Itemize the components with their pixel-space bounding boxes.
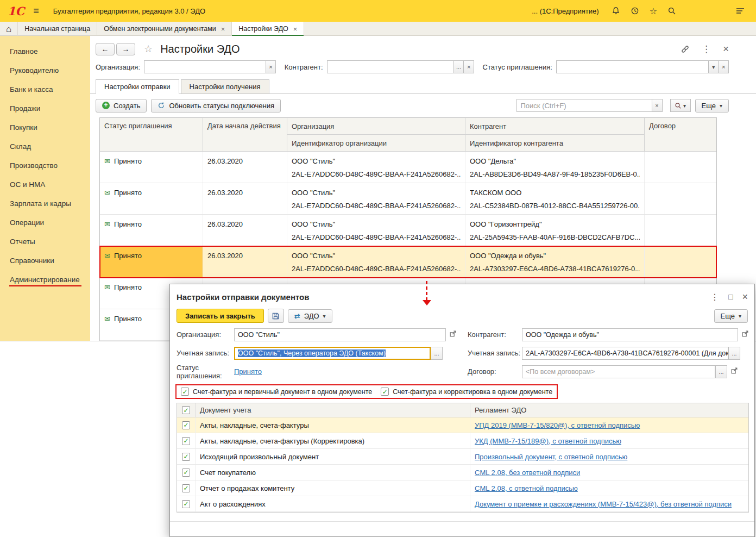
home-button[interactable]: ⌂ <box>0 22 18 36</box>
plus-icon: + <box>102 102 110 109</box>
sidebar-item-operatsii[interactable]: Операции <box>0 213 90 232</box>
row-checkbox[interactable]: ✓ <box>182 469 190 477</box>
org-filter-input[interactable] <box>144 60 266 73</box>
row-checkbox[interactable]: ✓ <box>182 453 190 461</box>
sidebar-item-bank-i-kassa[interactable]: Банк и касса <box>0 80 90 99</box>
regulation-link[interactable]: CML 2.08, с ответной подписью <box>475 484 578 492</box>
documents-row[interactable]: ✓ Счет покупателю CML 2.08, без ответной… <box>177 465 748 480</box>
column-header-doc[interactable]: Документ учета <box>196 403 470 417</box>
main-menu-burger-icon[interactable]: ≡ <box>33 5 39 17</box>
cp-filter-ellipsis-button[interactable]: ... <box>454 60 464 73</box>
sidebar-item-pokupki[interactable]: Покупки <box>0 118 90 137</box>
sidebar-item-zarplata-i-kadry[interactable]: Зарплата и кадры <box>0 194 90 213</box>
history-icon[interactable] <box>631 7 639 15</box>
tab-send-settings[interactable]: Настройки отправки <box>96 79 179 94</box>
refresh-statuses-button[interactable]: Обновить статусы подключения <box>151 99 281 113</box>
invitation-status-link[interactable]: Принято <box>234 367 262 376</box>
table-row-selected[interactable]: ✉Принято 26.03.2020 ООО "Стиль"2AL-E7ADD… <box>100 246 716 278</box>
documents-row[interactable]: ✓ Акт о расхождениях Документ о приемке … <box>177 496 748 512</box>
notifications-bell-icon[interactable] <box>612 7 620 15</box>
save-and-close-button[interactable]: Записать и закрыть <box>177 309 264 323</box>
regulation-link[interactable]: Документ о приемке и расхождениях (ММВ-7… <box>475 500 732 508</box>
org-filter-clear-button[interactable]: × <box>266 60 276 73</box>
row-checkbox[interactable]: ✓ <box>182 437 190 445</box>
account-ellipsis-button[interactable]: ... <box>431 347 443 360</box>
column-header-reg[interactable]: Регламент ЭДО <box>470 403 748 417</box>
documents-row[interactable]: ✓ Отчет о продажах комитенту CML 2.08, с… <box>177 480 748 496</box>
cp-filter-input[interactable] <box>327 60 454 73</box>
tab-home-page[interactable]: Начальная страница <box>18 22 97 36</box>
sidebar-item-os-i-nma[interactable]: ОС и НМА <box>0 175 90 194</box>
open-org-icon[interactable] <box>449 330 457 338</box>
create-button[interactable]: + Создать <box>96 99 147 113</box>
documents-row[interactable]: ✓ Акты, накладные, счета-фактуры (Коррек… <box>177 433 748 449</box>
sidebar-item-prodazhi[interactable]: Продажи <box>0 99 90 118</box>
global-search-icon[interactable] <box>667 7 676 15</box>
edo-menu-button[interactable]: ⇄ ЭДО ▾ <box>288 309 332 323</box>
table-row[interactable]: ✉Принято 26.03.2020 ООО "Стиль"2AL-E7ADD… <box>100 215 716 246</box>
close-page-icon[interactable]: × <box>723 43 729 55</box>
more-menu-kebab-icon[interactable]: ⋮ <box>702 43 711 55</box>
favorites-star-icon[interactable]: ☆ <box>650 6 657 16</box>
open-cp-icon[interactable] <box>741 330 749 338</box>
favorite-star-icon[interactable]: ☆ <box>144 43 153 55</box>
cp-account-ellipsis-button[interactable]: ... <box>728 347 740 360</box>
service-menu-icon[interactable] <box>735 7 745 15</box>
search-options-button[interactable]: ▾ <box>670 99 691 112</box>
close-dialog-icon[interactable]: × <box>742 291 748 303</box>
forward-button[interactable]: → <box>116 43 135 55</box>
documents-row[interactable]: ✓ Исходящий произвольный документ Произв… <box>177 449 748 465</box>
table-row[interactable]: ✉Принято 26.03.2020 ООО "Стиль"2AL-E7ADD… <box>100 183 716 215</box>
back-button[interactable]: ← <box>96 43 115 55</box>
tab-edo-exchange[interactable]: Обмен электронными документами × <box>97 22 232 36</box>
save-button[interactable] <box>268 309 284 323</box>
cp-filter-clear-button[interactable]: × <box>464 60 474 73</box>
sidebar-item-spravochniki[interactable]: Справочники <box>0 251 90 270</box>
checkbox-invoice-primary-single-doc[interactable]: ✓ Счет-фактура и первичный документ в од… <box>181 388 372 396</box>
org-field[interactable]: ООО "Стиль" <box>234 328 446 341</box>
maximize-icon[interactable]: □ <box>728 292 733 301</box>
row-checkbox[interactable]: ✓ <box>182 484 190 492</box>
contract-field[interactable]: <По всем договорам> <box>522 365 715 378</box>
table-row[interactable]: ✉Принято 26.03.2020 ООО "Стиль"2AL-E7ADD… <box>100 152 716 183</box>
tab-edo-settings[interactable]: Настройки ЭДО × <box>232 22 304 36</box>
select-all-checkbox[interactable]: ✓ <box>177 403 196 417</box>
sidebar-item-proizvodstvo[interactable]: Производство <box>0 156 90 175</box>
search-clear-button[interactable]: × <box>652 99 663 112</box>
cp-account-field[interactable]: 2AL-A7303297-E6CA-4BD6-A738-41BCA7619276… <box>522 347 728 360</box>
column-header-date[interactable]: Дата начала действия <box>203 118 287 152</box>
more-button[interactable]: Еще ▾ <box>695 99 729 113</box>
regulation-link[interactable]: УКД (ММВ-7-15/189@), с ответной подписью <box>475 437 621 445</box>
checkbox-invoice-correction-single-doc[interactable]: ✓ Счет-фактура и корректировка в одном д… <box>381 388 552 396</box>
contract-ellipsis-button[interactable]: ... <box>715 365 727 378</box>
sidebar-item-glavnoe[interactable]: Главное <box>0 42 90 61</box>
tab-receive-settings[interactable]: Настройки получения <box>181 79 269 94</box>
column-header-status[interactable]: Статус приглашения <box>100 118 203 152</box>
regulation-link[interactable]: Произвольный документ, с ответной подпис… <box>475 453 627 461</box>
close-tab-icon[interactable]: × <box>293 25 298 33</box>
status-filter-dropdown-button[interactable]: ▾ <box>709 60 719 73</box>
dialog-kebab-icon[interactable]: ⋮ <box>710 292 719 302</box>
dialog-more-button[interactable]: Еще ▾ <box>714 309 748 323</box>
search-input[interactable] <box>516 99 652 112</box>
get-link-icon[interactable] <box>681 45 690 54</box>
cp-field[interactable]: ООО "Одежда и обувь" <box>522 328 738 341</box>
column-header-org-id[interactable]: Идентификатор организации <box>287 135 465 152</box>
regulation-link[interactable]: УПД 2019 (ММВ-7-15/820@), с ответной под… <box>475 421 640 429</box>
column-header-cp[interactable]: Контрагент <box>465 118 645 135</box>
sidebar-item-rukovoditelyu[interactable]: Руководителю <box>0 61 90 80</box>
row-checkbox[interactable]: ✓ <box>182 421 190 429</box>
regulation-link[interactable]: CML 2.08, без ответной подписи <box>475 469 580 477</box>
sidebar-item-sklad[interactable]: Склад <box>0 137 90 156</box>
column-header-org[interactable]: Организация <box>287 118 465 135</box>
status-filter-input[interactable] <box>556 60 709 73</box>
open-contract-icon[interactable] <box>730 367 738 374</box>
account-field[interactable]: ООО "Стиль", Через оператора ЭДО (Такско… <box>234 347 431 360</box>
documents-row-current[interactable]: ✓ Акты, накладные, счета-фактуры УПД 201… <box>177 417 748 433</box>
close-tab-icon[interactable]: × <box>221 25 225 33</box>
column-header-contract[interactable]: Договор <box>645 118 716 152</box>
row-chec kbox[interactable]: ✓ <box>182 500 190 508</box>
sidebar-item-otchety[interactable]: Отчеты <box>0 232 90 251</box>
status-filter-clear-button[interactable]: × <box>719 60 729 73</box>
column-header-cp-id[interactable]: Идентификатор контрагента <box>465 135 645 152</box>
